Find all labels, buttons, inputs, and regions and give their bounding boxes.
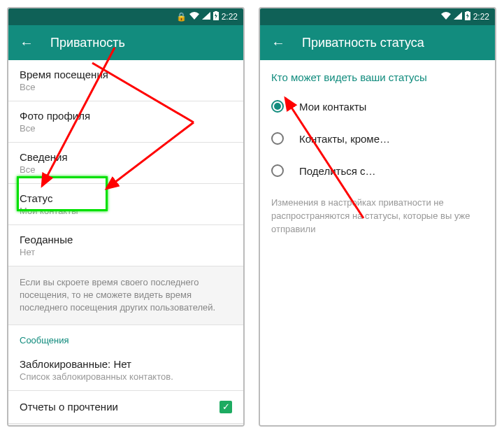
item-sub: Мои контакты xyxy=(20,206,232,216)
phone-screen-privacy: 🔒 2:22 ← Приватность Время посещения Все… xyxy=(7,7,245,427)
wifi-icon xyxy=(441,12,451,22)
item-sub: Все xyxy=(20,123,232,134)
content: Кто может видеть ваши статусы Мои контак… xyxy=(260,60,495,425)
status-bar: 🔒 2:22 xyxy=(8,8,243,25)
back-icon[interactable]: ← xyxy=(20,35,34,51)
item-title: Статус xyxy=(20,192,232,204)
radio-share-with[interactable]: Поделиться с… xyxy=(260,155,495,187)
battery-icon xyxy=(213,11,219,22)
radio-my-contacts[interactable]: Мои контакты xyxy=(260,90,495,122)
item-profile-photo[interactable]: Фото профиля Все xyxy=(8,101,243,143)
privacy-note: Если вы скроете время своего последнего … xyxy=(8,266,243,325)
clock: 2:22 xyxy=(473,12,489,22)
item-sub: Все xyxy=(20,82,232,92)
back-icon[interactable]: ← xyxy=(271,35,285,51)
item-sub: Нет xyxy=(20,247,232,257)
item-live-location[interactable]: Геоданные Нет xyxy=(8,225,243,266)
radio-label: Мои контакты xyxy=(299,101,366,113)
lock-icon: 🔒 xyxy=(176,12,187,22)
item-last-seen[interactable]: Время посещения Все xyxy=(8,60,243,101)
radio-contacts-except[interactable]: Контакты, кроме… xyxy=(260,122,495,155)
wifi-icon xyxy=(189,12,199,22)
page-title: Приватность xyxy=(50,36,125,50)
item-title: Фото профиля xyxy=(20,110,232,122)
item-status[interactable]: Статус Мои контакты xyxy=(8,184,243,225)
radio-unselected-icon xyxy=(271,164,284,177)
svg-rect-6 xyxy=(466,11,469,13)
svg-rect-1 xyxy=(215,11,217,13)
radio-label: Контакты, кроме… xyxy=(299,133,390,145)
radio-selected-icon xyxy=(271,100,284,113)
content: Время посещения Все Фото профиля Все Све… xyxy=(8,60,243,425)
item-read-receipts[interactable]: Отчеты о прочтении ✓ xyxy=(8,390,243,424)
item-about[interactable]: Сведения Все xyxy=(8,143,243,184)
item-title: Время посещения xyxy=(20,69,232,80)
status-bar: 2:22 xyxy=(260,8,495,25)
app-bar: ← Приватность статуса xyxy=(260,25,495,60)
clock: 2:22 xyxy=(222,12,238,22)
radio-label: Поделиться с… xyxy=(299,165,376,177)
item-blocked[interactable]: Заблокированные: Нет Список заблокирован… xyxy=(8,350,243,390)
read-receipts-label: Отчеты о прочтении xyxy=(20,401,118,413)
page-title: Приватность статуса xyxy=(302,36,424,50)
item-title: Геоданные xyxy=(20,234,232,245)
status-privacy-note: Изменения в настройках приватности не ра… xyxy=(260,187,495,246)
item-title: Сведения xyxy=(20,151,232,163)
phone-screen-status-privacy: 2:22 ← Приватность статуса Кто может вид… xyxy=(259,7,496,427)
section-who-can-see: Кто может видеть ваши статусы xyxy=(260,60,495,90)
item-sub: Все xyxy=(20,164,232,175)
section-messages: Сообщения xyxy=(8,325,243,350)
signal-icon xyxy=(454,12,462,22)
signal-icon xyxy=(202,12,210,22)
checkbox-checked-icon[interactable]: ✓ xyxy=(219,401,232,413)
radio-unselected-icon xyxy=(271,132,284,145)
battery-icon xyxy=(465,11,470,22)
item-sub: Список заблокированных контактов. xyxy=(20,371,232,382)
truncated-note: Если вы отключите отчеты о прочтении, то xyxy=(8,424,243,425)
item-title: Заблокированные: Нет xyxy=(20,358,232,370)
app-bar: ← Приватность xyxy=(8,25,243,60)
